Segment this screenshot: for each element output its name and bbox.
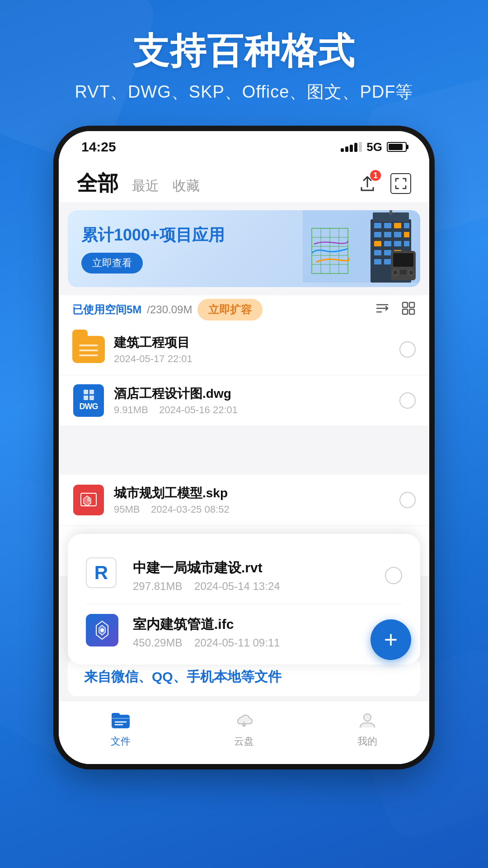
rvt-file-icon: R xyxy=(86,557,122,594)
svg-rect-24 xyxy=(384,250,391,255)
status-right: 5G xyxy=(341,140,407,154)
floating-card: R 中建一局城市建设.rvt 297.81MB 2024-05-14 13:24 xyxy=(68,534,420,665)
file-item-dwg[interactable]: DWG 酒店工程设计图.dwg 9.91MB 2024-05-16 22:01 xyxy=(59,375,429,426)
svg-rect-32 xyxy=(393,253,413,267)
storage-bar: 已使用空间5M /230.09M 立即扩容 xyxy=(59,295,429,324)
tab-all[interactable]: 全部 xyxy=(77,170,118,198)
file-meta-ifc: 450.29MB 2024-05-11 09:11 xyxy=(133,637,385,649)
svg-rect-11 xyxy=(374,223,381,228)
file-select-dwg[interactable] xyxy=(399,392,416,409)
bottom-nav: 文件 云盘 我的 xyxy=(59,701,429,764)
svg-rect-21 xyxy=(394,241,401,246)
header-title: 支持百种格式 xyxy=(0,27,488,76)
svg-rect-12 xyxy=(384,223,391,228)
app-content: 全部 最近 收藏 1 xyxy=(59,163,429,764)
nav-files-label: 文件 xyxy=(111,735,131,748)
file-list: 建筑工程项目 2024-05-17 22:01 DWG xyxy=(59,324,429,426)
nav-profile-icon xyxy=(356,708,379,732)
svg-rect-17 xyxy=(394,232,401,237)
tab-right: 1 xyxy=(356,172,411,195)
notification-badge: 1 xyxy=(370,170,381,181)
svg-rect-14 xyxy=(404,223,409,228)
banner-button[interactable]: 立即查看 xyxy=(81,253,143,274)
file-name-dwg: 酒店工程设计图.dwg xyxy=(114,385,399,402)
svg-rect-38 xyxy=(403,309,408,314)
banner-title: 累计1000+项目应用 xyxy=(81,224,225,246)
storage-total-label: /230.09M xyxy=(147,303,192,316)
svg-rect-39 xyxy=(409,309,414,314)
battery-icon xyxy=(387,142,407,152)
expand-storage-button[interactable]: 立即扩容 xyxy=(197,299,263,321)
phone-mockup: 14:25 5G 全部 最近 收藏 xyxy=(59,131,429,764)
fullscreen-icon xyxy=(394,177,408,190)
folder-icon xyxy=(72,333,105,366)
nav-cloud-icon xyxy=(232,708,256,732)
file-item-folder[interactable]: 建筑工程项目 2024-05-17 22:01 xyxy=(59,324,429,375)
tab-recent[interactable]: 最近 xyxy=(132,177,159,195)
signal-bars-icon xyxy=(341,142,362,152)
nav-item-files[interactable]: 文件 xyxy=(109,708,132,748)
file-select-folder[interactable] xyxy=(399,341,416,358)
file-item-ifc[interactable]: 室内建筑管道.ifc 450.29MB 2024-05-11 09:11 xyxy=(68,604,420,660)
file-info-folder: 建筑工程项目 2024-05-17 22:01 xyxy=(114,334,399,365)
tab-bar: 全部 最近 收藏 1 xyxy=(59,163,429,202)
file-info-skp: 城市规划工模型.skp 95MB 2024-03-25 08:52 xyxy=(114,485,399,515)
promo-banner[interactable]: 累计1000+项目应用 立即查看 xyxy=(68,210,420,287)
svg-point-40 xyxy=(100,628,104,632)
svg-rect-35 xyxy=(400,270,407,274)
svg-rect-20 xyxy=(384,241,391,246)
svg-rect-18 xyxy=(404,232,409,237)
svg-rect-22 xyxy=(404,241,409,246)
file-name-skp: 城市规划工模型.skp xyxy=(114,485,399,502)
svg-text:S: S xyxy=(87,497,90,502)
file-info-dwg: 酒店工程设计图.dwg 9.91MB 2024-05-16 22:01 xyxy=(114,385,399,416)
file-meta-skp: 95MB 2024-03-25 08:52 xyxy=(114,504,399,515)
svg-rect-13 xyxy=(394,223,401,228)
banner-illustration xyxy=(303,210,420,283)
upload-button[interactable]: 1 xyxy=(356,172,379,195)
svg-rect-15 xyxy=(374,232,381,237)
svg-rect-37 xyxy=(409,302,414,307)
file-name-rvt: 中建一局城市建设.rvt xyxy=(133,559,385,577)
file-meta-rvt: 297.81MB 2024-05-14 13:24 xyxy=(133,580,385,593)
status-5g: 5G xyxy=(366,140,382,154)
fab-button[interactable]: + xyxy=(371,619,411,660)
file-meta-dwg: 9.91MB 2024-05-16 22:01 xyxy=(114,404,399,416)
svg-rect-36 xyxy=(403,302,408,307)
tab-favorites[interactable]: 收藏 xyxy=(173,177,200,195)
file-name-folder: 建筑工程项目 xyxy=(114,334,399,351)
file-item-skp[interactable]: S 城市规划工模型.skp 95MB 2024-03-25 08:52 xyxy=(59,475,429,526)
sort-icon[interactable] xyxy=(375,301,389,319)
nav-cloud-label: 云盘 xyxy=(234,735,254,748)
svg-point-34 xyxy=(408,270,414,275)
nav-item-cloud[interactable]: 云盘 xyxy=(232,708,256,748)
nav-item-profile[interactable]: 我的 xyxy=(356,708,379,748)
view-toggle-icon[interactable] xyxy=(401,301,416,319)
header-area: 支持百种格式 RVT、DWG、SKP、Office、图文、PDF等 xyxy=(0,27,488,104)
svg-point-48 xyxy=(364,714,371,721)
file-info-rvt: 中建一局城市建设.rvt 297.81MB 2024-05-14 13:24 xyxy=(133,559,385,593)
grid-view-button[interactable] xyxy=(390,173,411,194)
status-bar: 14:25 5G xyxy=(59,131,429,163)
storage-used-label: 已使用空间5M xyxy=(72,302,141,317)
svg-rect-16 xyxy=(384,232,391,237)
ifc-file-icon xyxy=(86,614,122,650)
svg-rect-45 xyxy=(112,713,120,717)
status-time: 14:25 xyxy=(81,139,116,155)
file-select-rvt[interactable] xyxy=(385,567,402,584)
nav-files-icon xyxy=(109,708,132,732)
bottom-hint-text: 来自微信、QQ、手机本地等文件 xyxy=(84,668,404,686)
svg-rect-23 xyxy=(374,250,381,255)
file-select-skp[interactable] xyxy=(399,492,416,508)
svg-rect-29 xyxy=(389,210,392,215)
file-name-ifc: 室内建筑管道.ifc xyxy=(133,615,385,634)
header-subtitle: RVT、DWG、SKP、Office、图文、PDF等 xyxy=(0,80,488,104)
dwg-file-icon: DWG xyxy=(72,384,105,417)
skp-file-icon: S xyxy=(72,484,105,516)
svg-rect-27 xyxy=(384,259,391,264)
file-item-rvt[interactable]: R 中建一局城市建设.rvt 297.81MB 2024-05-14 13:24 xyxy=(68,547,420,604)
nav-profile-label: 我的 xyxy=(357,735,377,748)
svg-rect-26 xyxy=(374,259,381,264)
banner-text: 累计1000+项目应用 立即查看 xyxy=(81,224,225,274)
svg-point-33 xyxy=(393,270,398,275)
